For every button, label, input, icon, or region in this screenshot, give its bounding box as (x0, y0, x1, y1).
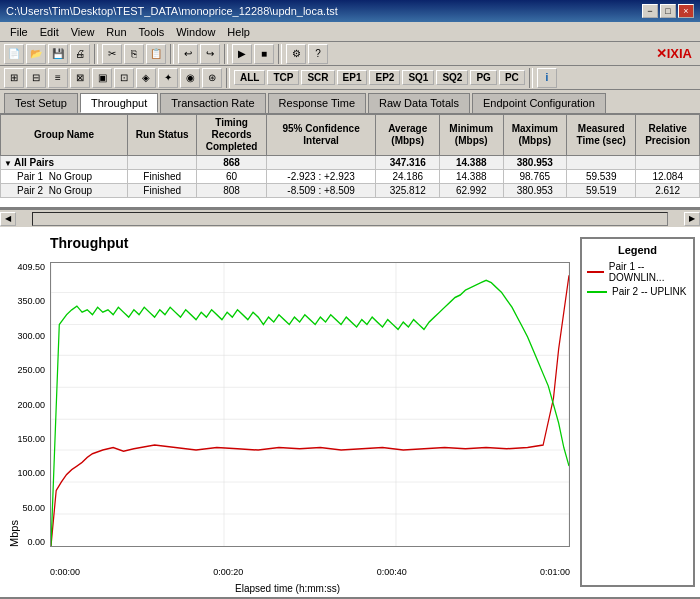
cell-all-pairs-status (128, 156, 197, 170)
x-tick-0: 0:00:00 (50, 567, 80, 577)
chart-container: Throughput Mbps (0, 227, 575, 597)
cell-pair1-confidence: -2.923 : +2.923 (266, 170, 376, 184)
port-icon-10[interactable]: ⊛ (202, 68, 222, 88)
redo-icon[interactable]: ↪ (200, 44, 220, 64)
pair1-line (51, 275, 569, 546)
y-tick-409: 409.50 (17, 262, 45, 272)
settings-icon[interactable]: ⚙ (286, 44, 306, 64)
port-icon-2[interactable]: ⊟ (26, 68, 46, 88)
toolbar-1: 📄 📂 💾 🖨 ✂ ⎘ 📋 ↩ ↪ ▶ ■ ⚙ ? ✕IXIA (0, 42, 700, 66)
col-measured: Measured Time (sec) (567, 115, 636, 156)
legend-label-pair2: Pair 2 -- UPLINK (612, 286, 686, 297)
run-icon[interactable]: ▶ (232, 44, 252, 64)
pg-badge[interactable]: PG (470, 70, 496, 85)
legend-panel: Legend Pair 1 -- DOWNLIN... Pair 2 -- UP… (580, 237, 695, 587)
port-icon-1[interactable]: ⊞ (4, 68, 24, 88)
cell-pair2-max: 380.953 (503, 184, 567, 198)
divider-2 (170, 44, 174, 64)
tab-throughput[interactable]: Throughput (80, 93, 158, 113)
cell-pair1-time: 59.539 (567, 170, 636, 184)
cell-pair2-status: Finished (128, 184, 197, 198)
menu-edit[interactable]: Edit (34, 24, 65, 40)
legend-item-pair1: Pair 1 -- DOWNLIN... (587, 261, 688, 283)
ep2-badge[interactable]: EP2 (369, 70, 400, 85)
info-icon[interactable]: i (537, 68, 557, 88)
minimize-button[interactable]: − (642, 4, 658, 18)
y-tick-100: 100.00 (17, 468, 45, 478)
scroll-right-button[interactable]: ▶ (684, 212, 700, 226)
divider-3 (224, 44, 228, 64)
port-icon-5[interactable]: ▣ (92, 68, 112, 88)
open-icon[interactable]: 📂 (26, 44, 46, 64)
cell-pair2-confidence: -8.509 : +8.509 (266, 184, 376, 198)
cell-pair1-min: 14.388 (439, 170, 503, 184)
ep1-badge[interactable]: EP1 (337, 70, 368, 85)
paste-icon[interactable]: 📋 (146, 44, 166, 64)
scr-badge[interactable]: SCR (301, 70, 334, 85)
maximize-button[interactable]: □ (660, 4, 676, 18)
port-icon-8[interactable]: ✦ (158, 68, 178, 88)
y-tick-300: 300.00 (17, 331, 45, 341)
new-icon[interactable]: 📄 (4, 44, 24, 64)
col-confidence: 95% Confidence Interval (266, 115, 376, 156)
cell-pair2-name: Pair 2 No Group (1, 184, 128, 198)
port-icon-6[interactable]: ⊡ (114, 68, 134, 88)
cut-icon[interactable]: ✂ (102, 44, 122, 64)
stop-icon[interactable]: ■ (254, 44, 274, 64)
y-axis-ticks: 0.00 50.00 100.00 150.00 200.00 250.00 3… (0, 262, 48, 547)
cell-all-pairs-min: 14.388 (439, 156, 503, 170)
divider-4 (278, 44, 282, 64)
cell-all-pairs-average: 347.316 (376, 156, 440, 170)
close-button[interactable]: × (678, 4, 694, 18)
sq1-badge[interactable]: SQ1 (402, 70, 434, 85)
port-icon-3[interactable]: ≡ (48, 68, 68, 88)
print-icon[interactable]: 🖨 (70, 44, 90, 64)
cell-all-pairs-name: ▼All Pairs (1, 156, 128, 170)
menu-window[interactable]: Window (170, 24, 221, 40)
cell-pair1-average: 24.186 (376, 170, 440, 184)
scrollbar-track[interactable] (32, 212, 668, 226)
tab-raw-data[interactable]: Raw Data Totals (368, 93, 470, 113)
tab-transaction-rate[interactable]: Transaction Rate (160, 93, 265, 113)
tab-endpoint-config[interactable]: Endpoint Configuration (472, 93, 606, 113)
cell-pair1-records: 60 (197, 170, 266, 184)
menu-file[interactable]: File (4, 24, 34, 40)
menu-run[interactable]: Run (100, 24, 132, 40)
port-icon-9[interactable]: ◉ (180, 68, 200, 88)
x-tick-20: 0:00:20 (213, 567, 243, 577)
col-maximum: Maximum (Mbps) (503, 115, 567, 156)
chart-svg (51, 263, 569, 546)
y-tick-250: 250.00 (17, 365, 45, 375)
col-average: Average (Mbps) (376, 115, 440, 156)
y-tick-150: 150.00 (17, 434, 45, 444)
menu-help[interactable]: Help (221, 24, 256, 40)
window-title: C:\Users\Tim\Desktop\TEST_DATA\monoprice… (6, 5, 338, 17)
y-tick-200: 200.00 (17, 400, 45, 410)
port-icon-4[interactable]: ⊠ (70, 68, 90, 88)
tcp-badge[interactable]: TCP (267, 70, 299, 85)
port-icon-7[interactable]: ◈ (136, 68, 156, 88)
cell-pair1-status: Finished (128, 170, 197, 184)
undo-icon[interactable]: ↩ (178, 44, 198, 64)
tab-test-setup[interactable]: Test Setup (4, 93, 78, 113)
help-icon[interactable]: ? (308, 44, 328, 64)
results-table: Group Name Run Status Timing Records Com… (0, 114, 700, 198)
scroll-left-button[interactable]: ◀ (0, 212, 16, 226)
tab-response-time[interactable]: Response Time (268, 93, 366, 113)
copy-icon[interactable]: ⎘ (124, 44, 144, 64)
expand-icon[interactable]: ▼ (4, 159, 12, 168)
x-tick-60: 0:01:00 (540, 567, 570, 577)
sq2-badge[interactable]: SQ2 (436, 70, 468, 85)
col-run-status: Run Status (128, 115, 197, 156)
table-row-all-pairs: ▼All Pairs 868 347.316 14.388 380.953 (1, 156, 700, 170)
all-badge[interactable]: ALL (234, 70, 265, 85)
menu-view[interactable]: View (65, 24, 101, 40)
horizontal-scrollbar: ◀ ▶ (0, 209, 700, 227)
chart-title: Throughput (50, 235, 129, 251)
menu-tools[interactable]: Tools (133, 24, 171, 40)
table-header-row: Group Name Run Status Timing Records Com… (1, 115, 700, 156)
chart-area: Throughput Mbps (0, 227, 700, 597)
save-icon[interactable]: 💾 (48, 44, 68, 64)
tab-strip: Test Setup Throughput Transaction Rate R… (0, 90, 700, 114)
pc-badge[interactable]: PC (499, 70, 525, 85)
